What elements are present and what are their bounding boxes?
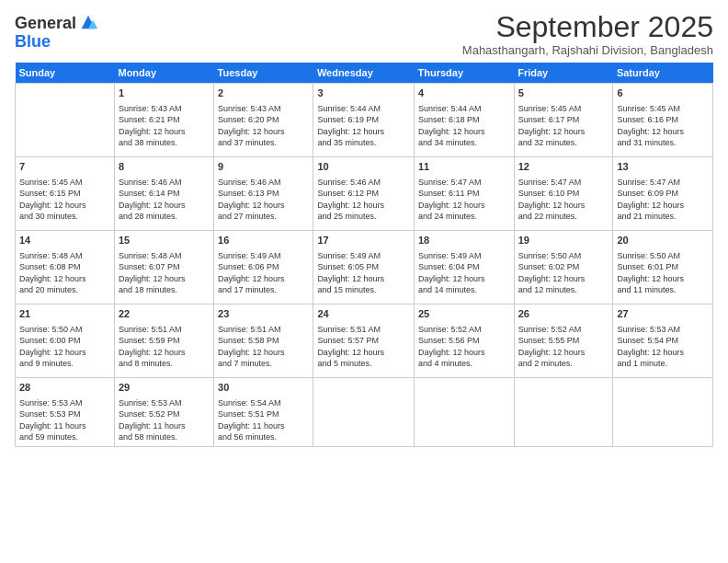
day-info: and 1 minute. xyxy=(617,358,709,370)
table-row: 13Sunrise: 5:47 AMSunset: 6:09 PMDayligh… xyxy=(613,157,713,231)
col-monday: Monday xyxy=(114,63,213,84)
day-info: Sunset: 6:18 PM xyxy=(418,114,510,126)
day-info: Sunrise: 5:50 AM xyxy=(518,250,609,262)
day-info: and 59 minutes. xyxy=(19,431,110,443)
day-info: Sunrise: 5:53 AM xyxy=(119,397,210,409)
day-info: Daylight: 11 hours xyxy=(19,420,110,432)
day-info: Sunset: 6:04 PM xyxy=(418,261,510,273)
col-sunday: Sunday xyxy=(16,63,115,84)
day-number: 26 xyxy=(518,307,609,321)
table-row: 5Sunrise: 5:45 AMSunset: 6:17 PMDaylight… xyxy=(514,84,613,157)
table-row: 6Sunrise: 5:45 AMSunset: 6:16 PMDaylight… xyxy=(613,84,713,157)
table-row: 28Sunrise: 5:53 AMSunset: 5:53 PMDayligh… xyxy=(16,378,115,447)
day-info: and 34 minutes. xyxy=(418,137,510,149)
table-row: 30Sunrise: 5:54 AMSunset: 5:51 PMDayligh… xyxy=(214,378,313,447)
table-row: 20Sunrise: 5:50 AMSunset: 6:01 PMDayligh… xyxy=(613,231,713,304)
day-info: Daylight: 12 hours xyxy=(119,347,210,359)
day-number: 17 xyxy=(317,234,410,247)
day-info: and 7 minutes. xyxy=(218,358,309,370)
day-info: Sunset: 6:00 PM xyxy=(19,335,110,347)
day-info: Daylight: 12 hours xyxy=(119,200,210,212)
day-info: Daylight: 12 hours xyxy=(617,126,709,138)
day-number: 4 xyxy=(418,86,510,100)
day-info: Sunset: 6:17 PM xyxy=(518,114,609,126)
day-info: Sunrise: 5:53 AM xyxy=(19,397,110,409)
day-info: Sunrise: 5:50 AM xyxy=(617,250,709,262)
day-info: Daylight: 12 hours xyxy=(218,126,309,138)
table-row: 12Sunrise: 5:47 AMSunset: 6:10 PMDayligh… xyxy=(514,157,613,231)
table-row: 4Sunrise: 5:44 AMSunset: 6:18 PMDaylight… xyxy=(414,84,514,157)
table-row: 21Sunrise: 5:50 AMSunset: 6:00 PMDayligh… xyxy=(16,304,115,378)
day-number: 13 xyxy=(617,160,709,174)
day-info: Daylight: 12 hours xyxy=(418,126,510,138)
table-row: 24Sunrise: 5:51 AMSunset: 5:57 PMDayligh… xyxy=(313,304,415,378)
day-info: and 31 minutes. xyxy=(617,137,709,149)
col-wednesday: Wednesday xyxy=(313,63,415,84)
col-friday: Friday xyxy=(514,63,613,84)
day-number: 8 xyxy=(119,160,210,174)
day-number: 20 xyxy=(617,234,709,247)
table-row xyxy=(514,378,613,447)
day-info: Sunset: 6:19 PM xyxy=(317,114,410,126)
day-info: and 38 minutes. xyxy=(119,137,210,149)
day-info: Sunrise: 5:50 AM xyxy=(19,324,110,336)
table-row: 15Sunrise: 5:48 AMSunset: 6:07 PMDayligh… xyxy=(114,231,213,304)
table-row: 19Sunrise: 5:50 AMSunset: 6:02 PMDayligh… xyxy=(514,231,613,304)
day-info: Daylight: 11 hours xyxy=(119,420,210,432)
day-info: Sunrise: 5:51 AM xyxy=(317,324,410,336)
day-info: and 24 minutes. xyxy=(418,211,510,223)
day-info: Daylight: 12 hours xyxy=(518,126,609,138)
day-info: Sunset: 6:21 PM xyxy=(119,114,210,126)
day-info: Sunset: 6:02 PM xyxy=(518,261,609,273)
day-info: Sunset: 6:06 PM xyxy=(218,261,309,273)
day-info: and 37 minutes. xyxy=(218,137,309,149)
day-info: and 17 minutes. xyxy=(218,284,309,296)
day-number: 2 xyxy=(218,86,309,100)
day-number: 12 xyxy=(518,160,609,174)
table-row: 16Sunrise: 5:49 AMSunset: 6:06 PMDayligh… xyxy=(214,231,313,304)
day-info: Sunrise: 5:47 AM xyxy=(418,177,510,189)
day-info: Daylight: 12 hours xyxy=(617,200,709,212)
day-info: and 2 minutes. xyxy=(518,358,609,370)
day-info: Daylight: 12 hours xyxy=(518,347,609,359)
table-row: 8Sunrise: 5:46 AMSunset: 6:14 PMDaylight… xyxy=(114,157,213,231)
day-info: Daylight: 12 hours xyxy=(317,126,410,138)
day-info: Daylight: 12 hours xyxy=(518,273,609,285)
day-number: 18 xyxy=(418,234,510,247)
day-info: Sunset: 5:51 PM xyxy=(218,408,309,420)
day-number: 3 xyxy=(317,86,410,100)
day-info: Daylight: 12 hours xyxy=(19,200,110,212)
day-info: Daylight: 12 hours xyxy=(19,347,110,359)
day-info: Sunrise: 5:45 AM xyxy=(19,177,110,189)
day-number: 11 xyxy=(418,160,510,174)
day-info: Daylight: 11 hours xyxy=(218,420,309,432)
table-row: 27Sunrise: 5:53 AMSunset: 5:54 PMDayligh… xyxy=(613,304,713,378)
day-info: Daylight: 12 hours xyxy=(317,200,410,212)
day-info: Sunrise: 5:45 AM xyxy=(617,103,709,115)
day-info: Daylight: 12 hours xyxy=(19,273,110,285)
table-row xyxy=(613,378,713,447)
day-info: Sunset: 5:55 PM xyxy=(518,335,609,347)
day-info: Sunrise: 5:48 AM xyxy=(19,250,110,262)
day-info: and 58 minutes. xyxy=(119,431,210,443)
day-info: Sunrise: 5:46 AM xyxy=(218,177,309,189)
day-number: 16 xyxy=(218,234,309,247)
logo-text-general: General xyxy=(15,15,76,33)
day-info: Sunrise: 5:46 AM xyxy=(119,177,210,189)
day-info: Sunrise: 5:49 AM xyxy=(418,250,510,262)
table-row xyxy=(16,84,115,157)
day-info: Sunrise: 5:46 AM xyxy=(317,177,410,189)
table-row: 10Sunrise: 5:46 AMSunset: 6:12 PMDayligh… xyxy=(313,157,415,231)
day-number: 28 xyxy=(19,381,110,395)
day-number: 24 xyxy=(317,307,410,321)
day-info: and 22 minutes. xyxy=(518,211,609,223)
table-row: 17Sunrise: 5:49 AMSunset: 6:05 PMDayligh… xyxy=(313,231,415,304)
day-number: 14 xyxy=(19,234,110,247)
table-row: 26Sunrise: 5:52 AMSunset: 5:55 PMDayligh… xyxy=(514,304,613,378)
day-info: Sunset: 5:58 PM xyxy=(218,335,309,347)
day-info: and 5 minutes. xyxy=(317,358,410,370)
day-info: Daylight: 12 hours xyxy=(418,273,510,285)
day-info: Sunset: 5:54 PM xyxy=(617,335,709,347)
day-info: and 32 minutes. xyxy=(518,137,609,149)
day-number: 21 xyxy=(19,307,110,321)
